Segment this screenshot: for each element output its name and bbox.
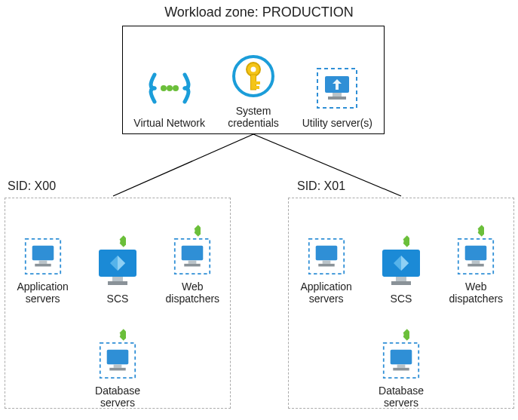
- svg-line-13: [113, 134, 253, 196]
- vm-dashed-icon: [382, 342, 420, 382]
- credentials-item: System credentials: [216, 51, 291, 129]
- load-balancer-badge-icon: [109, 233, 126, 250]
- credentials-label: System credentials: [216, 105, 291, 129]
- production-zone-box: Virtual Network System credentials: [122, 26, 385, 134]
- svg-rect-37: [315, 246, 337, 261]
- svg-rect-56: [393, 368, 409, 371]
- svg-rect-12: [328, 97, 346, 100]
- sid-right-row1: Application servers: [289, 221, 513, 305]
- svg-rect-8: [256, 86, 259, 89]
- vm-dashed-icon: [173, 238, 211, 277]
- db-servers-item: Database servers: [81, 326, 154, 409]
- svg-rect-27: [182, 246, 204, 261]
- virtual-network-icon: [146, 63, 194, 114]
- page-title: Workload zone: PRODUCTION: [0, 5, 518, 20]
- sid-right-box: Application servers: [288, 198, 514, 409]
- sid-right-label: SID: X01: [297, 179, 345, 193]
- svg-point-41: [398, 239, 403, 244]
- web-dispatchers-item: Web dispatchers: [440, 222, 512, 305]
- sid-right-row2: Database servers: [289, 326, 513, 409]
- connector-lines: [0, 134, 518, 202]
- svg-rect-39: [318, 264, 334, 267]
- load-balancer-badge-icon: [109, 326, 126, 343]
- svg-point-52: [399, 333, 404, 338]
- utility-item: Utility server(s): [299, 63, 375, 129]
- app-servers-label: Application servers: [7, 281, 79, 305]
- db-servers-item: Database servers: [365, 326, 437, 409]
- svg-rect-23: [108, 281, 127, 285]
- svg-rect-55: [397, 364, 406, 367]
- svg-point-5: [250, 66, 256, 72]
- svg-rect-7: [256, 81, 260, 84]
- web-dispatchers-label: Web dispatchers: [156, 281, 228, 305]
- vnet-item: Virtual Network: [132, 63, 207, 129]
- svg-rect-34: [114, 364, 122, 367]
- sid-left-row1: Application servers: [5, 221, 230, 305]
- utility-label: Utility server(s): [302, 117, 372, 129]
- svg-rect-28: [189, 260, 197, 263]
- vm-dashed-icon: [316, 63, 358, 114]
- svg-rect-38: [322, 260, 330, 263]
- app-servers-label: Application servers: [290, 281, 363, 305]
- svg-point-0: [161, 85, 167, 91]
- svg-rect-22: [112, 277, 123, 281]
- svg-point-46: [474, 228, 479, 234]
- key-icon: [231, 51, 275, 102]
- load-balancer-badge-icon: [393, 326, 409, 343]
- app-servers-item: Application servers: [7, 221, 79, 305]
- svg-point-31: [115, 333, 121, 338]
- db-servers-label: Database servers: [81, 385, 154, 409]
- scs-item: SCS: [365, 233, 437, 305]
- monitor-icon: [96, 248, 139, 290]
- sid-left-label: SID: X00: [8, 179, 56, 193]
- load-balancer-badge-icon: [467, 222, 484, 239]
- svg-rect-44: [391, 281, 411, 285]
- sid-left-row2: Database servers: [5, 326, 230, 409]
- svg-point-1: [167, 85, 173, 91]
- web-dispatchers-item: Web dispatchers: [156, 222, 228, 305]
- vm-dashed-icon: [457, 238, 495, 277]
- svg-rect-29: [185, 264, 201, 267]
- svg-rect-6: [250, 75, 256, 90]
- vm-dashed-icon: [24, 238, 62, 277]
- vm-dashed-icon: [308, 238, 345, 277]
- svg-rect-16: [32, 246, 54, 261]
- scs-item: SCS: [81, 233, 154, 305]
- svg-rect-43: [396, 277, 406, 281]
- scs-label: SCS: [391, 293, 412, 305]
- svg-point-2: [173, 85, 179, 91]
- svg-rect-48: [465, 246, 487, 261]
- svg-rect-11: [333, 93, 342, 97]
- vm-dashed-icon: [99, 342, 136, 382]
- sid-left-box: Application servers: [5, 198, 231, 409]
- monitor-icon: [379, 248, 423, 290]
- svg-rect-49: [472, 260, 480, 263]
- app-servers-item: Application servers: [290, 221, 363, 305]
- svg-point-20: [115, 239, 120, 244]
- web-dispatchers-label: Web dispatchers: [440, 281, 512, 305]
- vnet-label: Virtual Network: [133, 117, 205, 129]
- scs-label: SCS: [107, 293, 129, 305]
- load-balancer-badge-icon: [393, 233, 409, 250]
- svg-rect-35: [109, 368, 125, 371]
- svg-rect-33: [107, 350, 129, 365]
- svg-rect-54: [391, 350, 412, 365]
- svg-rect-50: [468, 264, 484, 267]
- db-servers-label: Database servers: [365, 385, 437, 409]
- svg-rect-18: [35, 264, 51, 267]
- load-balancer-badge-icon: [184, 222, 201, 239]
- svg-point-25: [190, 228, 195, 234]
- svg-rect-17: [38, 260, 47, 263]
